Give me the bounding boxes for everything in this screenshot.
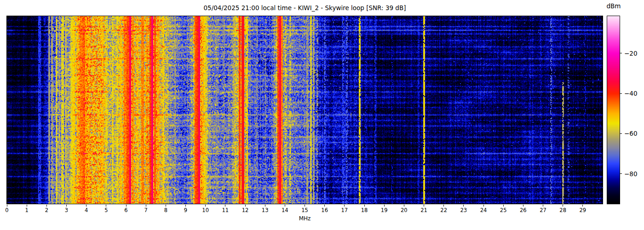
x-tick-label: 9	[180, 207, 191, 213]
x-tick-label: 27	[538, 207, 549, 213]
colorbar-tick-mark	[620, 173, 622, 174]
x-tick-label: 19	[379, 207, 390, 213]
x-tick-mark	[324, 205, 325, 207]
x-tick-mark	[27, 205, 27, 207]
x-tick-label: 21	[419, 207, 430, 213]
x-tick-mark	[46, 205, 47, 207]
colorbar-tick-mark	[620, 133, 622, 134]
colorbar-tick-mark	[620, 93, 622, 94]
x-tick-mark	[424, 205, 424, 207]
x-tick-label: 2	[41, 207, 52, 213]
x-tick-label: 11	[220, 207, 231, 213]
x-tick-mark	[443, 205, 444, 207]
x-tick-mark	[225, 205, 225, 207]
x-tick-label: 16	[319, 207, 330, 213]
x-tick-label: 15	[299, 207, 310, 213]
colorbar-unit-label: dBm	[603, 2, 625, 10]
x-tick-label: 18	[359, 207, 370, 213]
chart-title: 05/04/2025 21:00 local time - KIWI_2 - S…	[7, 4, 603, 12]
x-tick-label: 20	[398, 207, 409, 213]
x-tick-label: 10	[200, 207, 211, 213]
x-tick-mark	[543, 205, 543, 207]
x-tick-mark	[563, 205, 563, 207]
colorbar-tick-label: −40	[624, 89, 638, 98]
colorbar-tick-label: −60	[624, 129, 638, 138]
x-tick-mark	[384, 205, 385, 207]
x-tick-label: 3	[61, 207, 72, 213]
x-tick-mark	[66, 205, 67, 207]
x-tick-mark	[166, 205, 166, 207]
x-tick-mark	[205, 205, 206, 207]
x-tick-mark	[285, 205, 285, 207]
colorbar-tick-mark	[620, 53, 622, 53]
x-tick-mark	[146, 205, 146, 207]
x-tick-label: 22	[438, 207, 449, 213]
x-tick-mark	[404, 205, 404, 207]
x-tick-label: 14	[279, 207, 290, 213]
x-tick-label: 0	[1, 207, 12, 213]
x-tick-label: 17	[339, 207, 350, 213]
x-tick-mark	[463, 205, 464, 207]
x-tick-mark	[126, 205, 126, 207]
x-tick-label: 24	[478, 207, 489, 213]
x-tick-mark	[503, 205, 504, 207]
x-tick-mark	[364, 205, 365, 207]
colorbar-canvas	[607, 16, 620, 204]
x-tick-label: 6	[121, 207, 132, 213]
spectrogram-canvas	[7, 16, 603, 204]
x-tick-label: 28	[558, 207, 569, 213]
x-tick-label: 4	[81, 207, 92, 213]
x-tick-label: 23	[458, 207, 469, 213]
waterfall-figure: 05/04/2025 21:00 local time - KIWI_2 - S…	[0, 0, 644, 230]
x-tick-mark	[483, 205, 484, 207]
x-tick-mark	[86, 205, 86, 207]
x-tick-mark	[7, 205, 7, 207]
x-tick-label: 8	[160, 207, 171, 213]
x-tick-mark	[265, 205, 265, 207]
x-tick-label: 12	[240, 207, 251, 213]
x-tick-mark	[245, 205, 246, 207]
x-tick-label: 7	[140, 207, 151, 213]
colorbar-tick-label: −20	[624, 49, 638, 58]
x-tick-label: 5	[101, 207, 112, 213]
x-tick-label: 13	[259, 207, 270, 213]
x-tick-label: 26	[518, 207, 529, 213]
colorbar-tick-label: −80	[624, 170, 638, 178]
x-axis-label: MHz	[7, 215, 603, 222]
x-tick-mark	[185, 205, 186, 207]
x-tick-label: 1	[21, 207, 32, 213]
x-tick-mark	[582, 205, 583, 207]
x-tick-mark	[344, 205, 345, 207]
x-tick-mark	[305, 205, 305, 207]
x-tick-label: 25	[498, 207, 509, 213]
x-tick-mark	[106, 205, 106, 207]
x-tick-label: 29	[577, 207, 588, 213]
x-tick-mark	[523, 205, 523, 207]
